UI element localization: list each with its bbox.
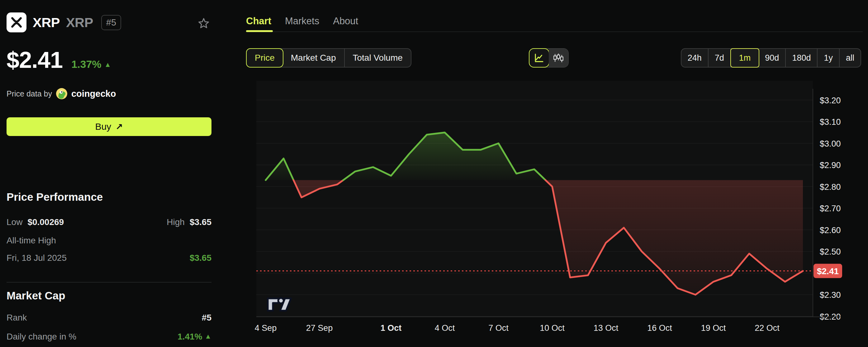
- tab-chart[interactable]: Chart: [246, 15, 271, 31]
- range-24h-button[interactable]: 24h: [681, 49, 709, 67]
- daily-change-row: Daily change in % 1.41% ▲: [6, 332, 212, 342]
- high-value: $3.65: [190, 217, 212, 227]
- current-price: $2.41: [6, 47, 63, 73]
- x-axis-label: 4 Oct: [435, 323, 455, 333]
- candlestick-icon: [553, 53, 564, 63]
- x-axis-label: 7 Oct: [488, 323, 508, 333]
- coingecko-icon: [56, 88, 68, 100]
- chart-tabs: Chart Markets About: [246, 15, 358, 31]
- xrp-logo-icon: [6, 12, 27, 32]
- attribution-label: Price data by: [6, 89, 52, 98]
- y-axis-label: $2.50: [820, 247, 841, 256]
- ath-label: All-time High: [6, 236, 56, 246]
- ath-value: $3.65: [190, 253, 212, 263]
- buy-button-label: Buy: [95, 122, 111, 132]
- attribution-brand: coingecko: [71, 89, 116, 99]
- x-axis-label: 27 Sep: [306, 323, 333, 333]
- high-label: High: [166, 217, 185, 227]
- app-window: XRP XRP #5 $2.41 1.37% ▲ Price data by c…: [0, 0, 868, 347]
- buy-button[interactable]: Buy ↗: [6, 117, 212, 136]
- candlestick-chart-type-button[interactable]: [549, 49, 568, 67]
- low-value: $0.00269: [27, 217, 64, 227]
- range-selector: 24h 7d 1m 90d 180d 1y all: [681, 48, 861, 68]
- coin-name: XRP: [33, 15, 60, 30]
- rank-badge: #5: [101, 15, 121, 30]
- x-axis-label: 16 Oct: [647, 323, 672, 333]
- line-chart-type-button[interactable]: [529, 48, 549, 68]
- price-change-value: 1.37%: [71, 58, 101, 70]
- range-1m-button[interactable]: 1m: [730, 48, 760, 68]
- rank-label: Rank: [6, 313, 27, 323]
- up-triangle-icon: ▲: [205, 333, 212, 340]
- x-axis-label: 13 Oct: [594, 323, 619, 333]
- metric-price-button[interactable]: Price: [246, 48, 283, 68]
- price-change: 1.37% ▲: [71, 58, 111, 70]
- low-label: Low: [6, 217, 23, 227]
- y-axis-label: $3.20: [820, 96, 841, 105]
- range-7d-button[interactable]: 7d: [709, 49, 731, 67]
- x-axis-label: 4 Sep: [255, 323, 277, 333]
- y-axis-label: $2.90: [820, 161, 841, 170]
- external-link-arrow-icon: ↗: [116, 122, 123, 132]
- market-cap-title: Market Cap: [6, 289, 65, 302]
- tab-about[interactable]: About: [333, 15, 358, 31]
- metric-toggle: Price Market Cap Total Volume: [246, 48, 411, 68]
- daily-change-label: Daily change in %: [6, 332, 76, 342]
- tab-markets[interactable]: Markets: [285, 15, 319, 31]
- sidebar-divider: [6, 282, 212, 283]
- tabs-border: [246, 31, 863, 32]
- x-axis-label: 22 Oct: [755, 323, 780, 333]
- y-axis-label: $2.70: [820, 204, 841, 213]
- range-90d-button[interactable]: 90d: [759, 49, 786, 67]
- metric-market-cap-button[interactable]: Market Cap: [283, 49, 345, 67]
- x-axis-label: 19 Oct: [701, 323, 726, 333]
- y-axis-label: $2.30: [820, 290, 841, 300]
- range-all-button[interactable]: all: [840, 49, 861, 67]
- data-attribution: Price data by coingecko: [6, 88, 116, 100]
- metric-total-volume-button[interactable]: Total Volume: [345, 49, 411, 67]
- chart-type-toggle: [529, 48, 569, 68]
- line-chart-icon: [534, 53, 545, 63]
- rank-value: #5: [202, 313, 212, 323]
- x-axis-label: 10 Oct: [540, 323, 565, 333]
- star-icon: [197, 17, 210, 30]
- x-axis-label: 1 Oct: [380, 323, 402, 333]
- coin-symbol: XRP: [66, 15, 93, 30]
- rank-row: Rank #5: [6, 313, 212, 323]
- y-axis-label: $3.00: [820, 139, 841, 148]
- range-180d-button[interactable]: 180d: [786, 49, 817, 67]
- current-price-row: $2.41 1.37% ▲: [6, 47, 111, 73]
- daily-change-value: 1.41% ▲: [178, 332, 212, 342]
- active-tab-underline: [246, 30, 273, 32]
- coin-header: XRP XRP #5: [6, 12, 121, 32]
- range-1y-button[interactable]: 1y: [817, 49, 840, 67]
- y-axis-label: $3.10: [820, 117, 841, 127]
- low-high-row: Low $0.00269 High $3.65: [6, 217, 212, 227]
- y-axis-label: $2.60: [820, 225, 841, 235]
- current-price-tag-label: $2.41: [817, 267, 839, 276]
- ath-date: Fri, 18 Jul 2025: [6, 253, 67, 263]
- price-chart[interactable]: $3.20$3.10$3.00$2.90$2.80$2.70$2.60$2.50…: [237, 72, 868, 347]
- up-triangle-icon: ▲: [104, 61, 111, 68]
- favorite-star-button[interactable]: [197, 17, 210, 31]
- price-performance-title: Price Performance: [6, 191, 103, 203]
- ath-row: Fri, 18 Jul 2025 $3.65: [6, 253, 212, 263]
- y-axis-label: $2.80: [820, 182, 841, 192]
- daily-change-number: 1.41%: [178, 332, 202, 341]
